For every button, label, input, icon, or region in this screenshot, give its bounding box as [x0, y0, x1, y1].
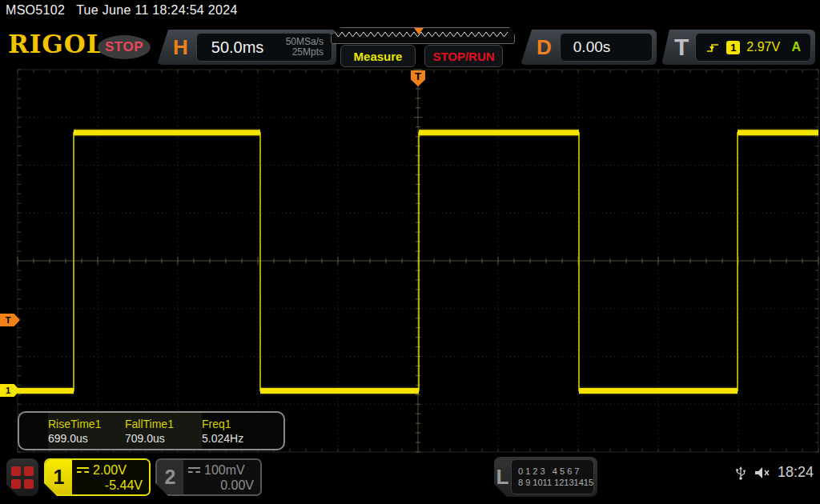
oscilloscope-screen: MSO5102Tue June 11 18:24:54 2024 RIGOL S… — [0, 0, 820, 504]
measurement-value: 709.0us — [125, 432, 202, 445]
measurement-item: RiseTime1 699.0us — [48, 413, 125, 449]
measurement-name: RiseTime1 — [48, 418, 125, 430]
measurement-results-panel: RiseTime1 699.0us FallTime1 709.0us Freq… — [18, 411, 285, 450]
measurement-item: Freq1 5.024Hz — [202, 413, 279, 449]
measurement-name: FallTime1 — [125, 418, 202, 430]
measurement-value: 5.024Hz — [202, 432, 279, 445]
measurement-value: 699.0us — [48, 432, 125, 445]
measurement-name: Freq1 — [202, 418, 279, 430]
measurement-item: FallTime1 709.0us — [125, 413, 202, 449]
